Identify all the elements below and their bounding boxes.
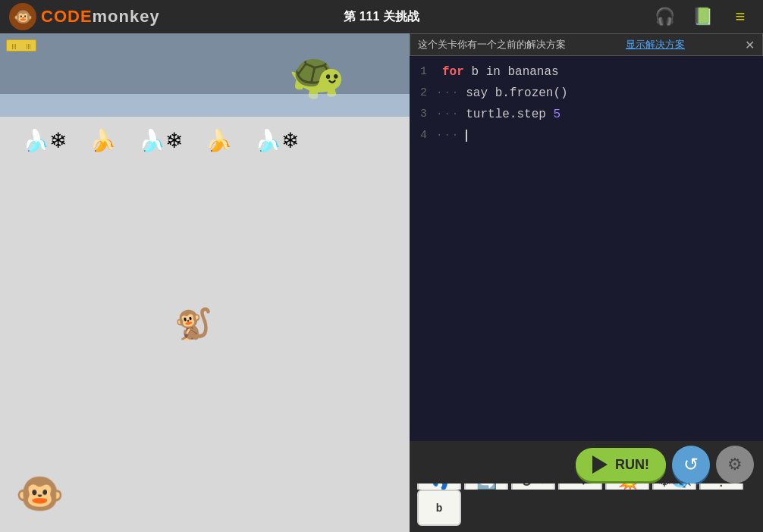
code-block-if[interactable]: ? if [699, 483, 743, 490]
monkey-player-character: 🐵 [15, 471, 64, 517]
game-top-background: |||||| 🐢 [0, 33, 410, 117]
headphones-icon[interactable]: 🎧 [651, 3, 678, 30]
monkey-logo-icon: 🐵 [9, 3, 36, 30]
banana-1: 🍌 [89, 128, 116, 153]
menu-icon[interactable]: ≡ [727, 3, 754, 30]
code-line-3: 3 ··· turtle.step 5 [410, 106, 763, 127]
variable-b-label: b [436, 502, 443, 514]
code-line-2: 2 ··· say b.frozen() [410, 85, 763, 106]
logo-area: 🐵 CODEmonkey [9, 3, 160, 30]
line-number-1: 1 [410, 65, 436, 78]
frozen-icon: ❄🐟 [658, 483, 692, 490]
line-number-2: 2 [410, 86, 436, 99]
code-editor[interactable]: 1 for b in bananas 2 ··· say b.frozen() … [410, 56, 763, 441]
notification-close-button[interactable]: ✕ [745, 38, 755, 52]
frozen-banana-2: 🍌❄ [139, 128, 183, 153]
notification-text: 这个关卡你有一个之前的解决方案 [418, 38, 566, 52]
code-blocks-palette: 👣 step 🔄 for ⟲→ function ⇒ goto 💥 h [416, 483, 757, 490]
hit-icon: 💥 [617, 483, 638, 490]
logo-code: CODE [41, 7, 93, 26]
page-title: 第 111 关挑战 [344, 9, 419, 25]
guide-book-icon[interactable]: 📗 [689, 3, 716, 30]
settings-button[interactable]: ⚙ [716, 446, 754, 483]
game-area: |||||| 🐢 🍌❄ 🍌 🍌❄ 🍌 🍌❄ 🐒 🐵 [0, 33, 410, 532]
line-number-3: 3 [410, 108, 436, 120]
reload-button[interactable]: ↺ [672, 446, 710, 483]
reload-icon: ↺ [683, 454, 699, 475]
code-line-4: 4 ··· [410, 127, 763, 149]
ruler-decoration: |||||| [6, 39, 36, 52]
code-content-2: say b.frozen() [466, 86, 567, 100]
code-block-frozen[interactable]: ❄🐟 frozen [652, 483, 696, 490]
code-block-goto[interactable]: ⇒ goto [558, 483, 602, 490]
main-layout: |||||| 🐢 🍌❄ 🍌 🍌❄ 🍌 🍌❄ 🐒 🐵 这个关卡你有一个之前的解决方… [0, 33, 763, 532]
goto-icon: ⇒ [573, 483, 587, 490]
line-dots-4: ··· [436, 129, 460, 141]
bananas-row: 🍌❄ 🍌 🍌❄ 🍌 🍌❄ [23, 128, 299, 153]
monkey-center-character: 🐒 [174, 306, 212, 342]
for-icon: 🔄 [476, 483, 497, 490]
code-content-1: for b in bananas [442, 65, 559, 79]
run-button[interactable]: RUN! [576, 448, 666, 481]
variable-blocks-palette: b [416, 490, 757, 527]
right-panel: 这个关卡你有一个之前的解决方案 显示解决方案 ✕ 1 for b in bana… [410, 33, 763, 532]
logo-monkey: monkey [93, 7, 160, 26]
show-solution-link[interactable]: 显示解决方案 [626, 38, 685, 52]
bottom-controls: RUN! ↺ ⚙ 👣 step 🔄 for [410, 441, 763, 532]
variable-b-block[interactable]: b [417, 490, 461, 526]
line-number-4: 4 [410, 129, 436, 142]
line-dots-2: ··· [436, 86, 460, 99]
play-icon [592, 455, 608, 474]
run-label: RUN! [615, 457, 649, 473]
header-icons: 🎧 📗 ≡ [651, 3, 754, 30]
run-row: RUN! ↺ ⚙ [416, 446, 757, 483]
code-block-step[interactable]: 👣 step [417, 483, 461, 490]
code-content-3: turtle.step 5 [466, 108, 560, 121]
step-icon: 👣 [429, 483, 450, 490]
function-icon: ⟲→ [518, 483, 548, 490]
if-icon: ? [717, 483, 726, 490]
frozen-banana-3: 🍌❄ [255, 128, 299, 153]
notification-bar: 这个关卡你有一个之前的解决方案 显示解决方案 ✕ [410, 33, 763, 56]
code-block-for[interactable]: 🔄 for [464, 483, 508, 490]
code-line-1: 1 for b in bananas [410, 64, 763, 85]
banana-2: 🍌 [206, 128, 232, 153]
logo-text: CODEmonkey [41, 7, 160, 27]
code-block-hit[interactable]: 💥 hit [605, 483, 649, 490]
header: 🐵 CODEmonkey 第 111 关挑战 🎧 📗 ≡ [0, 0, 763, 33]
code-content-4 [466, 129, 467, 142]
line-dots-3: ··· [436, 108, 460, 120]
water-overlay [0, 94, 410, 117]
gear-icon: ⚙ [727, 455, 743, 474]
frozen-banana-1: 🍌❄ [23, 128, 67, 153]
code-block-function[interactable]: ⟲→ function [511, 483, 555, 490]
